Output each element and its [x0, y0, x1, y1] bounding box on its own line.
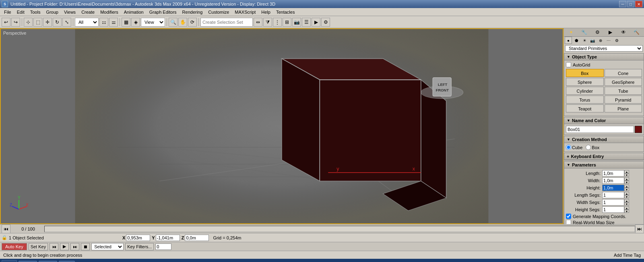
display-tab[interactable]: 👁 [619, 28, 627, 36]
key-filters-button[interactable]: Key Filters... [125, 243, 154, 250]
object-name-input[interactable] [566, 126, 634, 133]
width-down[interactable]: ▼ [624, 181, 629, 184]
shapes-subtab[interactable]: ⬟ [573, 37, 580, 44]
height-up[interactable]: ▲ [624, 185, 629, 188]
box-button[interactable]: Box [566, 69, 604, 77]
time-tag-button[interactable]: Add Time Tag [614, 253, 641, 258]
height-input[interactable] [602, 185, 624, 191]
key-mode-dropdown[interactable]: Selected All [91, 243, 124, 250]
zoom-button[interactable]: 🔍 [169, 18, 178, 27]
width-segs-up[interactable]: ▲ [624, 199, 629, 202]
menu-help[interactable]: Help [259, 9, 273, 15]
pyramid-button[interactable]: Pyramid [605, 96, 642, 104]
geometry-subtab[interactable]: ● [565, 37, 572, 44]
renderfarm-button[interactable]: ☰ [302, 18, 311, 27]
cylinder-button[interactable]: Cylinder [566, 87, 604, 95]
select-region-button[interactable]: ⬚ [33, 18, 42, 27]
menu-rendering[interactable]: Rendering [180, 9, 205, 15]
mirror-button[interactable]: ⇔ [254, 18, 262, 27]
lights-subtab[interactable]: ☀ [581, 37, 588, 44]
prev-frame-button[interactable]: ⏮ [50, 243, 58, 250]
width-segs-input[interactable] [602, 199, 624, 206]
redo-button[interactable]: ↪ [11, 18, 20, 27]
move-button[interactable]: ✛ [43, 18, 52, 27]
z-input[interactable] [185, 235, 209, 241]
close-button[interactable]: ✕ [635, 1, 642, 7]
create-tab[interactable]: ✦ [567, 28, 575, 36]
menu-create[interactable]: Create [79, 9, 97, 15]
menu-file[interactable]: File [2, 9, 14, 15]
torus-button[interactable]: Torus [566, 96, 604, 104]
autokey-button[interactable]: Auto Key [2, 243, 27, 250]
geosphere-button[interactable]: GeoSphere [605, 78, 642, 86]
width-up[interactable]: ▲ [624, 177, 629, 181]
primitives-dropdown[interactable]: Standard Primitives [565, 45, 643, 52]
real-world-checkbox[interactable] [566, 220, 571, 224]
scale-button[interactable]: ⤡ [62, 18, 71, 27]
teapot-button[interactable]: Teapot [566, 104, 604, 112]
menu-graph-editors[interactable]: Graph Editors [147, 9, 179, 15]
length-segs-up[interactable]: ▲ [624, 192, 629, 195]
frame-input[interactable] [155, 243, 171, 250]
helpers-subtab[interactable]: ⊕ [597, 37, 604, 44]
hierarchy-tab[interactable]: ⚙ [593, 28, 601, 36]
length-segs-input[interactable] [602, 192, 624, 198]
render-setup-button[interactable]: ⚙ [321, 18, 330, 27]
snapshot-button[interactable]: 📷 [292, 18, 301, 27]
orbit-button[interactable]: ⟳ [188, 18, 197, 27]
undo-button[interactable]: ↩ [2, 18, 10, 27]
play-button[interactable]: ▶ [60, 243, 69, 250]
plane-button[interactable]: Plane [605, 104, 642, 112]
link-button[interactable]: ⚏ [99, 18, 108, 27]
start-button[interactable]: 🪟 [2, 260, 17, 262]
keyboard-entry-header[interactable]: + Keyboard Entry [564, 153, 644, 160]
length-down[interactable]: ▼ [624, 173, 629, 177]
length-segs-down[interactable]: ▼ [624, 195, 629, 198]
timeline-prev-button[interactable]: ⏮ [2, 225, 10, 233]
viewport-perspective[interactable]: Perspective [0, 28, 564, 224]
menu-edit[interactable]: Edit [14, 9, 27, 15]
autogrid-checkbox[interactable] [566, 62, 571, 67]
select-button[interactable]: ⊹ [24, 18, 33, 27]
setkey-button[interactable]: Set Key [29, 243, 48, 250]
stop-button[interactable]: ⏹ [81, 243, 90, 250]
systems-subtab[interactable]: ⚙ [613, 37, 620, 44]
sphere-button[interactable]: Sphere [566, 78, 604, 86]
spacing-button[interactable]: ⋮ [273, 18, 282, 27]
box-radio-label[interactable]: Box [586, 145, 599, 150]
next-frame-button[interactable]: ⏭ [70, 243, 79, 250]
name-color-header[interactable]: ▼ Name and Color [564, 117, 644, 124]
height-down[interactable]: ▼ [624, 188, 629, 191]
length-up[interactable]: ▲ [624, 170, 629, 173]
material-button[interactable]: ◈ [131, 18, 140, 27]
length-input[interactable] [602, 170, 624, 177]
align-button[interactable]: ⧩ [263, 18, 272, 27]
tube-button[interactable]: Tube [605, 87, 642, 95]
generate-mapping-checkbox[interactable] [566, 214, 571, 219]
cube-radio-label[interactable]: Cube [566, 145, 582, 150]
render-button[interactable]: ▶ [312, 18, 320, 27]
color-swatch[interactable] [635, 126, 642, 133]
height-segs-up[interactable]: ▲ [624, 206, 629, 210]
menu-tentacles[interactable]: Tentacles [274, 9, 297, 15]
timeline-track[interactable] [44, 226, 635, 232]
spacewarps-subtab[interactable]: ⋯ [605, 37, 612, 44]
minimize-button[interactable]: ─ [619, 1, 626, 7]
width-segs-down[interactable]: ▼ [624, 202, 629, 206]
cameras-subtab[interactable]: 📷 [589, 37, 596, 44]
menu-modifiers[interactable]: Modifiers [98, 9, 121, 15]
creation-method-header[interactable]: ▼ Creation Method [564, 136, 644, 143]
menu-maxscript[interactable]: MAXScript [232, 9, 258, 15]
layer-button[interactable]: ▦ [122, 18, 130, 27]
parameters-header[interactable]: ▼ Parameters [564, 162, 644, 168]
pan-button[interactable]: ✋ [178, 18, 187, 27]
cone-button[interactable]: Cone [605, 69, 642, 77]
timeline-next-button[interactable]: ⏭ [635, 225, 644, 233]
reference-coord-dropdown[interactable]: All View World [75, 18, 99, 27]
height-segs-down[interactable]: ▼ [624, 210, 629, 213]
bind-button[interactable]: ⚌ [109, 18, 118, 27]
utilities-tab[interactable]: 🔨 [633, 28, 641, 36]
x-input[interactable] [126, 235, 150, 241]
modify-tab[interactable]: 🔧 [580, 28, 588, 36]
menu-customize[interactable]: Customize [206, 9, 231, 15]
